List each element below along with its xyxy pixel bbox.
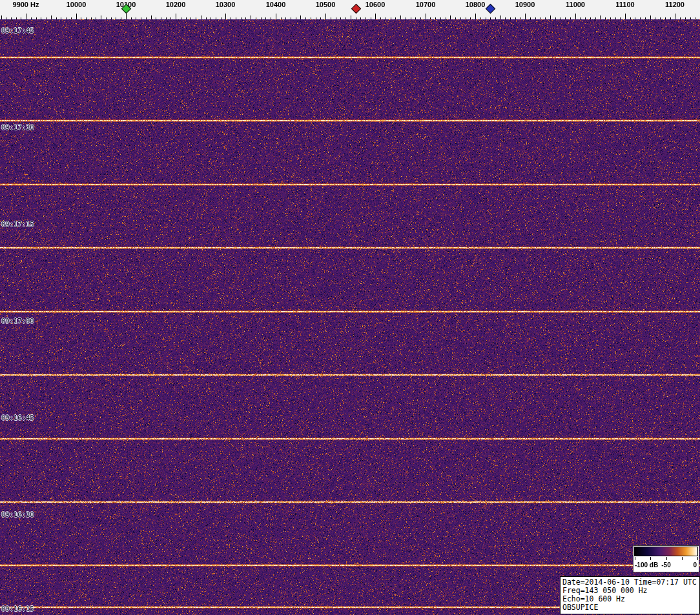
freq-tick: [300, 15, 301, 19]
freq-tick: [161, 17, 161, 19]
freq-tick: [121, 17, 121, 19]
freq-tick: [475, 14, 476, 19]
freq-tick: [365, 17, 366, 19]
freq-tick: [391, 17, 391, 19]
freq-tick: [51, 15, 52, 19]
freq-tick: [305, 17, 306, 19]
freq-axis-label: 10300: [216, 1, 236, 8]
freq-tick: [81, 17, 81, 19]
freq-tick: [655, 17, 655, 19]
freq-tick: [645, 17, 646, 19]
freq-tick: [540, 17, 541, 19]
freq-tick: [151, 15, 152, 19]
freq-tick: [466, 17, 466, 19]
freq-tick: [446, 17, 446, 19]
freq-tick: [351, 15, 351, 19]
freq-tick: [91, 17, 92, 19]
freq-tick: [156, 17, 156, 19]
freq-tick: [435, 17, 436, 19]
freq-tick: [510, 17, 511, 19]
freq-tick: [375, 14, 376, 19]
freq-tick: [486, 17, 486, 19]
freq-tick: [61, 17, 61, 19]
freq-tick: [600, 15, 601, 19]
freq-tick: [241, 17, 242, 19]
freq-tick: [86, 17, 87, 19]
freq-tick: [225, 14, 226, 19]
freq-tick: [550, 15, 551, 19]
freq-tick: [380, 17, 381, 19]
freq-tick: [575, 14, 576, 19]
colorbar-label-max: 0: [693, 561, 697, 569]
freq-tick: [56, 17, 57, 19]
info-line-station: OBSUPICE: [562, 603, 697, 612]
freq-tick: [515, 17, 516, 19]
colorbar-gradient: [634, 547, 698, 556]
freq-tick: [500, 15, 501, 19]
freq-tick: [256, 17, 256, 19]
freq-tick: [630, 17, 631, 19]
freq-tick: [620, 17, 621, 19]
freq-axis-label: 10200: [166, 1, 186, 8]
freq-tick: [610, 17, 611, 19]
freq-tick: [660, 17, 661, 19]
freq-tick: [271, 17, 271, 19]
freq-tick: [670, 17, 671, 19]
freq-tick: [316, 17, 316, 19]
freq-tick: [595, 17, 596, 19]
freq-tick: [166, 17, 167, 19]
freq-tick: [440, 17, 441, 19]
freq-tick: [281, 17, 282, 19]
freq-tick: [36, 17, 37, 19]
freq-tick: [356, 17, 356, 19]
freq-tick: [470, 17, 471, 19]
marker-red-diamond[interactable]: [351, 4, 362, 14]
freq-tick: [31, 17, 32, 19]
colorbar-tick: [635, 557, 635, 560]
freq-tick: [170, 17, 171, 19]
freq-tick: [11, 17, 12, 19]
freq-tick: [16, 17, 17, 19]
freq-tick: [261, 17, 262, 19]
freq-tick: [131, 17, 132, 19]
freq-axis-label: 11200: [665, 1, 685, 8]
observation-info-box: Date=2014-06-10 Time=07:17 UTC Freq=143 …: [560, 576, 700, 614]
freq-tick: [565, 17, 566, 19]
freq-tick: [46, 17, 46, 19]
freq-tick: [1, 15, 2, 19]
marker-blue-diamond[interactable]: [486, 4, 496, 14]
freq-tick: [590, 17, 591, 19]
freq-tick: [311, 17, 311, 19]
freq-tick: [535, 17, 536, 19]
freq-tick: [216, 17, 216, 19]
freq-tick: [555, 17, 556, 19]
freq-tick: [695, 17, 695, 19]
freq-tick: [371, 17, 371, 19]
freq-tick: [545, 17, 546, 19]
freq-tick: [625, 14, 626, 19]
freq-tick: [106, 17, 107, 19]
colorbar-legend: -100 dB -50 0: [633, 545, 699, 572]
freq-tick: [685, 17, 686, 19]
freq-tick: [221, 17, 221, 19]
freq-tick: [176, 14, 176, 19]
freq-tick: [71, 17, 72, 19]
freq-tick: [415, 17, 416, 19]
freq-tick: [490, 17, 491, 19]
freq-tick: [411, 17, 411, 19]
freq-tick: [680, 17, 681, 19]
freq-axis-label: 10000: [67, 1, 87, 8]
freq-tick: [21, 17, 21, 19]
freq-tick: [460, 17, 461, 19]
freq-tick: [206, 17, 207, 19]
freq-tick: [96, 17, 96, 19]
freq-axis-label: 9900 Hz: [13, 1, 39, 8]
colorbar-ticks: [633, 557, 699, 560]
freq-tick: [585, 17, 586, 19]
waterfall-spectrogram: [0, 19, 700, 615]
freq-tick: [325, 14, 326, 19]
freq-tick: [126, 14, 127, 19]
freq-tick: [276, 14, 276, 19]
freq-tick: [345, 17, 346, 19]
freq-axis-label: 10900: [515, 1, 535, 8]
